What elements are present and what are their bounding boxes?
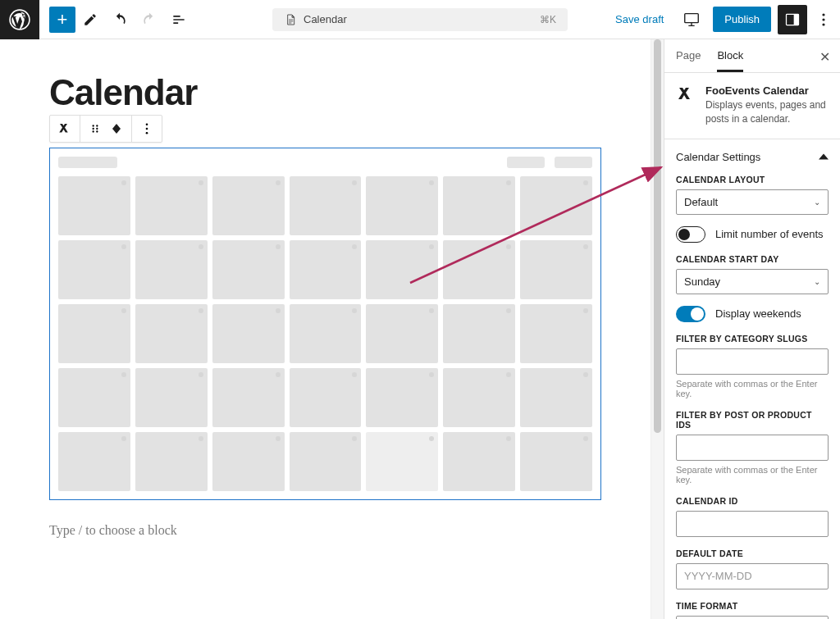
calendar-cell — [135, 432, 208, 491]
field-start-day: CALENDAR START DAY Sunday ⌄ — [676, 254, 829, 294]
svg-point-9 — [93, 128, 94, 130]
field-calendar-layout: CALENDAR LAYOUT Default ⌄ — [676, 175, 829, 215]
sidebar-icon — [784, 11, 801, 28]
svg-point-11 — [93, 130, 94, 132]
block-type-icon[interactable] — [57, 121, 73, 137]
chevron-down-icon: ⌄ — [814, 198, 820, 207]
svg-point-6 — [822, 23, 824, 25]
add-block-button[interactable]: + — [49, 7, 75, 33]
drag-handle-icon[interactable] — [87, 121, 103, 137]
publish-button[interactable]: Publish — [713, 7, 771, 32]
block-more-options[interactable] — [139, 121, 155, 137]
calendar-cell — [212, 432, 285, 491]
calendar-cell — [58, 176, 130, 235]
display-weekends-toggle[interactable] — [676, 306, 705, 322]
scrollbar-thumb[interactable] — [654, 39, 661, 433]
wp-logo[interactable] — [0, 0, 39, 39]
editor-canvas[interactable]: Calendar — [0, 39, 651, 619]
sidebar-tabs: Page Block ✕ — [664, 39, 840, 73]
settings-sidebar: Page Block ✕ FooEvents Calendar Displays… — [664, 39, 840, 619]
calendar-cell — [520, 432, 592, 491]
top-toolbar: + Calendar ⌘K Save draft Publish — [0, 0, 840, 39]
more-options-button[interactable] — [814, 13, 833, 26]
field-calendar-id: CALENDAR ID — [676, 496, 829, 537]
time-format-select[interactable]: H.mm — [676, 616, 829, 619]
calendar-cell — [520, 240, 592, 299]
svg-rect-1 — [685, 13, 699, 22]
field-filter-category: FILTER BY CATEGORY SLUGS Separate with c… — [676, 334, 829, 398]
document-overview-button[interactable] — [164, 5, 194, 34]
calendar-cell — [366, 432, 438, 491]
undo-icon — [112, 11, 128, 28]
svg-point-7 — [93, 125, 94, 126]
tab-page[interactable]: Page — [676, 49, 701, 72]
block-inserter-prompt[interactable]: Type / to choose a block — [49, 523, 601, 538]
calendar-cell — [520, 304, 592, 363]
calendar-cell — [135, 368, 208, 427]
move-up-down-icon[interactable] — [108, 121, 125, 137]
undo-button[interactable] — [105, 5, 135, 34]
scrollbar-track[interactable] — [651, 39, 664, 619]
calendar-cell — [290, 432, 362, 491]
filter-category-input[interactable] — [676, 348, 829, 375]
calendar-cell — [212, 176, 285, 235]
calendar-cell — [443, 432, 515, 491]
edit-mode-button[interactable] — [75, 5, 105, 34]
display-weekends-toggle-row: Display weekends — [676, 306, 829, 322]
calendar-cell — [520, 176, 592, 235]
cal-placeholder-nav — [555, 157, 592, 168]
calendar-layout-select[interactable]: Default ⌄ — [676, 189, 829, 215]
block-toolbar — [49, 115, 162, 143]
cal-placeholder-title — [58, 157, 117, 168]
calendar-cell — [443, 304, 515, 363]
calendar-cell — [290, 304, 362, 363]
calendar-id-input[interactable] — [676, 511, 829, 537]
tab-block[interactable]: Block — [717, 49, 743, 72]
calendar-settings-panel: Calendar Settings CALENDAR LAYOUT Defaul… — [664, 139, 840, 619]
preview-button[interactable] — [677, 5, 706, 34]
calendar-cell — [58, 368, 130, 427]
svg-point-15 — [146, 132, 148, 134]
list-icon — [171, 11, 187, 28]
document-title: Calendar — [304, 13, 347, 25]
redo-icon — [141, 11, 158, 28]
calendar-cell — [366, 240, 438, 299]
fooevents-icon — [676, 84, 696, 104]
calendar-cell — [443, 368, 515, 427]
svg-point-13 — [146, 123, 148, 125]
default-date-input[interactable]: YYYY-MM-DD — [676, 563, 829, 589]
start-day-select[interactable]: Sunday ⌄ — [676, 269, 829, 294]
calendar-cell — [443, 240, 515, 299]
calendar-cell — [58, 432, 130, 491]
settings-sidebar-toggle[interactable] — [778, 5, 807, 34]
command-shortcut: ⌘K — [540, 14, 556, 25]
field-time-format: TIME FORMAT H.mm — [676, 601, 829, 619]
calendar-cell — [366, 304, 438, 363]
top-right-actions: Save draft Publish — [609, 5, 840, 34]
calendar-cell — [290, 176, 362, 235]
limit-events-toggle[interactable] — [676, 226, 705, 243]
close-sidebar-button[interactable]: ✕ — [819, 49, 830, 65]
kebab-icon — [822, 13, 825, 26]
block-name: FooEvents Calendar — [705, 84, 829, 97]
calendar-settings-header[interactable]: Calendar Settings — [664, 139, 840, 175]
calendar-cell — [135, 304, 208, 363]
save-draft-button[interactable]: Save draft — [609, 8, 670, 30]
calendar-block[interactable] — [49, 148, 601, 500]
field-filter-post: FILTER BY POST OR PRODUCT IDS Separate w… — [676, 410, 829, 485]
calendar-cell — [212, 240, 285, 299]
block-description-card: FooEvents Calendar Displays events, page… — [664, 73, 840, 139]
redo-button[interactable] — [135, 5, 164, 34]
calendar-cell — [366, 368, 438, 427]
block-description: Displays events, pages and posts in a ca… — [705, 98, 829, 127]
calendar-cell — [212, 304, 285, 363]
filter-post-input[interactable] — [676, 435, 829, 461]
page-title[interactable]: Calendar — [49, 72, 601, 113]
svg-point-5 — [822, 18, 824, 20]
desktop-icon — [682, 11, 701, 29]
cal-placeholder-nav — [507, 157, 545, 168]
document-title-bar[interactable]: Calendar ⌘K — [272, 8, 568, 31]
calendar-cell — [443, 176, 515, 235]
calendar-cell — [290, 368, 362, 427]
limit-events-toggle-row: Limit number of events — [676, 226, 829, 243]
